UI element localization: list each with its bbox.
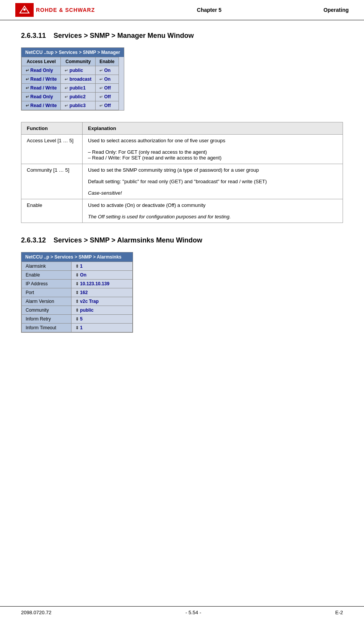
enable-value: Off — [104, 94, 111, 99]
access-cell: ↵ Read Only — [22, 93, 61, 101]
section2-heading: Services > SNMP > Alarmsinks Menu Window — [54, 236, 202, 244]
manager-screenshot: NetCCU ..tup > Services > SNMP > Manager… — [21, 47, 124, 111]
enable-value: Off — [104, 85, 111, 91]
header-operating: Operating — [323, 7, 349, 13]
alarmsink-val-text: 162 — [80, 290, 88, 295]
explanation-line: Default setting: "public" for read only … — [88, 179, 267, 184]
access-cell: ↵ Read Only — [22, 66, 61, 75]
alarmsinks-table: Alarmsink ⇕ 1 Enable ⇕ On IP Address ⇕ 1… — [21, 262, 133, 332]
explanation-cell: Used to activate (On) or deactivate (Off… — [83, 199, 343, 223]
community-cell: ↵ public — [61, 66, 96, 75]
alarmsink-value: ⇕ 5 — [72, 315, 133, 324]
section2-title: 2.6.3.12 Services > SNMP > Alarmsinks Me… — [21, 236, 343, 244]
arrow-icon2: ↵ — [65, 86, 68, 90]
spinner-icon: ⇕ — [75, 273, 79, 277]
table-row: Enable ⇕ On — [22, 271, 133, 280]
exp-col1-header: Function — [21, 122, 83, 135]
alarmsink-label: Alarm Version — [22, 297, 72, 306]
explanation-table: Function Explanation Access Level [1 … 5… — [21, 122, 343, 223]
arrow-icon: ↵ — [26, 86, 29, 90]
table-row: IP Address ⇕ 10.123.10.139 — [22, 280, 133, 288]
access-value: Read Only — [30, 94, 53, 99]
logo-icon — [15, 3, 34, 17]
arrow-icon3: ↵ — [99, 86, 103, 90]
logo-area: ROHDE & SCHWARZ — [15, 3, 95, 17]
svg-point-1 — [23, 8, 26, 11]
netccu-alarmsinks-path: NetCCU ..p > Services > SNMP > Alarmsink… — [21, 252, 133, 262]
exp-col2-header: Explanation — [83, 122, 343, 135]
table-row: Community ⇕ public — [22, 306, 133, 315]
alarmsink-value: ⇕ 1 — [72, 324, 133, 332]
spinner-icon: ⇕ — [75, 299, 79, 304]
arrow-icon: ↵ — [26, 68, 29, 73]
alarmsink-val-text: 10.123.10.139 — [80, 281, 109, 286]
enable-cell: ↵ On — [96, 75, 119, 84]
arrow-icon3: ↵ — [99, 68, 103, 73]
arrow-icon: ↵ — [26, 103, 29, 108]
spinner-icon: ⇕ — [75, 290, 79, 295]
enable-cell: ↵ On — [96, 66, 119, 75]
community-cell: ↵ public1 — [61, 84, 96, 93]
table-row: Enable Used to activate (On) or deactiva… — [21, 199, 343, 223]
explanation-line: – Read / Write: For SET (read and write … — [88, 155, 221, 161]
community-value: broadcast — [70, 76, 91, 82]
netccu-manager-path: NetCCU ..tup > Services > SNMP > Manager — [21, 48, 124, 57]
enable-value: On — [104, 76, 111, 82]
spinner-icon: ⇕ — [75, 317, 79, 321]
spinner-icon: ⇕ — [75, 281, 79, 286]
enable-value: On — [104, 68, 111, 73]
arrow-icon2: ↵ — [65, 94, 68, 99]
access-cell: ↵ Read / Write — [22, 84, 61, 93]
col-community: Community — [61, 57, 96, 66]
spinner-icon: ⇕ — [75, 264, 79, 268]
community-cell: ↵ broadcast — [61, 75, 96, 84]
table-row: Community [1 … 5] Used to set the SNMP c… — [21, 164, 343, 199]
explanation-line: Used to select access authorization for … — [88, 138, 225, 143]
alarmsink-value: ⇕ 162 — [72, 288, 133, 297]
table-row: Alarmsink ⇕ 1 — [22, 262, 133, 271]
spinner-icon: ⇕ — [75, 308, 79, 312]
arrow-icon3: ↵ — [99, 103, 103, 108]
access-cell: ↵ Read / Write — [22, 75, 61, 84]
enable-value: Off — [104, 103, 111, 108]
community-cell: ↵ public3 — [61, 101, 96, 110]
footer-right: E-2 — [335, 610, 343, 615]
alarmsink-val-text: 5 — [80, 316, 83, 322]
table-row: Access Level [1 … 5] Used to select acce… — [21, 135, 343, 164]
enable-cell: ↵ Off — [96, 93, 119, 101]
alarmsink-label: Community — [22, 306, 72, 315]
alarmsink-value: ⇕ 10.123.10.139 — [72, 280, 133, 288]
brand-name: ROHDE & SCHWARZ — [36, 7, 95, 13]
footer-center: - 5.54 - — [185, 610, 201, 615]
alarmsink-label: Alarmsink — [22, 262, 72, 271]
alarmsinks-screenshot: NetCCU ..p > Services > SNMP > Alarmsink… — [21, 252, 133, 333]
arrow-icon3: ↵ — [99, 77, 103, 81]
section1-heading: Services > SNMP > Manager Menu Window — [54, 32, 194, 39]
access-value: Read / Write — [30, 103, 57, 108]
func-cell: Enable — [21, 199, 83, 223]
community-value: public2 — [70, 94, 86, 99]
col-access-level: Access Level — [22, 57, 61, 66]
alarmsink-value: ⇕ On — [72, 271, 133, 280]
explanation-line: – Read Only: For GET (only read access t… — [88, 149, 207, 155]
page-content: 2.6.3.11 Services > SNMP > Manager Menu … — [0, 20, 364, 356]
community-value: public3 — [70, 103, 86, 108]
section2-number: 2.6.3.12 — [21, 236, 46, 244]
enable-cell: ↵ Off — [96, 84, 119, 93]
alarmsink-val-text: 1 — [80, 325, 83, 330]
snmp-manager-table: Access Level Community Enable ↵ Read Onl… — [21, 57, 119, 110]
access-value: Read / Write — [30, 76, 57, 82]
explanation-cell: Used to select access authorization for … — [83, 135, 343, 164]
access-value: Read Only — [30, 68, 53, 73]
access-cell: ↵ Read / Write — [22, 101, 61, 110]
header-chapter: Chapter 5 — [197, 7, 222, 13]
community-cell: ↵ public2 — [61, 93, 96, 101]
alarmsink-value: ⇕ public — [72, 306, 133, 315]
section1-number: 2.6.3.11 — [21, 32, 46, 39]
table-row: Port ⇕ 162 — [22, 288, 133, 297]
community-value: public — [70, 68, 83, 73]
alarmsink-label: Inform Timeout — [22, 324, 72, 332]
alarmsink-value: ⇕ v2c Trap — [72, 297, 133, 306]
explanation-line: Used to activate (On) or deactivate (Off… — [88, 202, 206, 208]
page-header: ROHDE & SCHWARZ Chapter 5 Operating — [0, 0, 364, 20]
